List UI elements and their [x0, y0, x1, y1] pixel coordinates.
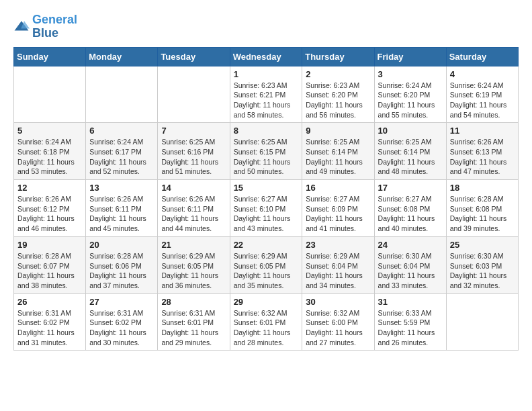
weekday-header: Thursday: [302, 47, 374, 66]
calendar-cell: 5Sunrise: 6:24 AM Sunset: 6:18 PM Daylig…: [14, 123, 86, 180]
day-number: 19: [17, 240, 82, 250]
day-info: Sunrise: 6:27 AM Sunset: 6:08 PM Dayligh…: [378, 194, 443, 234]
calendar-cell: [158, 66, 230, 123]
calendar-cell: 26Sunrise: 6:31 AM Sunset: 6:02 PM Dayli…: [14, 293, 86, 351]
calendar-cell: 19Sunrise: 6:28 AM Sunset: 6:07 PM Dayli…: [14, 236, 86, 293]
weekday-header-row: SundayMondayTuesdayWednesdayThursdayFrid…: [14, 47, 519, 66]
calendar-cell: [86, 66, 158, 123]
day-number: 12: [17, 183, 82, 193]
day-info: Sunrise: 6:25 AM Sunset: 6:16 PM Dayligh…: [161, 137, 226, 177]
day-number: 2: [306, 69, 370, 79]
day-number: 15: [234, 183, 299, 193]
calendar-cell: 9Sunrise: 6:25 AM Sunset: 6:14 PM Daylig…: [302, 123, 374, 180]
day-number: 5: [17, 126, 82, 136]
calendar-cell: 30Sunrise: 6:32 AM Sunset: 6:00 PM Dayli…: [302, 293, 374, 351]
calendar-cell: 23Sunrise: 6:29 AM Sunset: 6:04 PM Dayli…: [302, 236, 374, 293]
calendar-cell: [446, 293, 518, 351]
calendar-cell: 12Sunrise: 6:26 AM Sunset: 6:12 PM Dayli…: [14, 180, 86, 237]
calendar-week-row: 1Sunrise: 6:23 AM Sunset: 6:21 PM Daylig…: [14, 66, 519, 123]
day-info: Sunrise: 6:28 AM Sunset: 6:06 PM Dayligh…: [89, 251, 154, 291]
day-info: Sunrise: 6:26 AM Sunset: 6:12 PM Dayligh…: [17, 194, 82, 234]
day-info: Sunrise: 6:29 AM Sunset: 6:04 PM Dayligh…: [306, 251, 370, 291]
day-info: Sunrise: 6:25 AM Sunset: 6:14 PM Dayligh…: [306, 137, 370, 177]
calendar-cell: 17Sunrise: 6:27 AM Sunset: 6:08 PM Dayli…: [374, 180, 446, 237]
weekday-header: Saturday: [446, 47, 518, 66]
day-number: 17: [378, 183, 443, 193]
calendar-week-row: 5Sunrise: 6:24 AM Sunset: 6:18 PM Daylig…: [14, 123, 519, 180]
calendar-cell: 6Sunrise: 6:24 AM Sunset: 6:17 PM Daylig…: [86, 123, 158, 180]
calendar-cell: 31Sunrise: 6:33 AM Sunset: 5:59 PM Dayli…: [374, 293, 446, 351]
day-info: Sunrise: 6:26 AM Sunset: 6:13 PM Dayligh…: [450, 137, 515, 177]
day-number: 30: [306, 297, 370, 307]
calendar-cell: 24Sunrise: 6:30 AM Sunset: 6:04 PM Dayli…: [374, 236, 446, 293]
day-number: 10: [378, 126, 443, 136]
calendar-cell: 27Sunrise: 6:31 AM Sunset: 6:02 PM Dayli…: [86, 293, 158, 351]
day-info: Sunrise: 6:31 AM Sunset: 6:02 PM Dayligh…: [17, 308, 82, 348]
day-number: 28: [161, 297, 226, 307]
calendar-cell: 11Sunrise: 6:26 AM Sunset: 6:13 PM Dayli…: [446, 123, 518, 180]
weekday-header: Wednesday: [230, 47, 302, 66]
calendar-cell: 15Sunrise: 6:27 AM Sunset: 6:10 PM Dayli…: [230, 180, 302, 237]
day-number: 22: [234, 240, 299, 250]
day-info: Sunrise: 6:24 AM Sunset: 6:19 PM Dayligh…: [450, 81, 515, 120]
day-info: Sunrise: 6:25 AM Sunset: 6:15 PM Dayligh…: [234, 137, 299, 177]
logo-icon: [13, 19, 30, 35]
calendar-cell: 1Sunrise: 6:23 AM Sunset: 6:21 PM Daylig…: [230, 66, 302, 123]
weekday-header: Tuesday: [158, 47, 230, 66]
day-info: Sunrise: 6:24 AM Sunset: 6:20 PM Dayligh…: [378, 81, 443, 120]
day-info: Sunrise: 6:32 AM Sunset: 6:00 PM Dayligh…: [306, 308, 370, 348]
day-info: Sunrise: 6:28 AM Sunset: 6:08 PM Dayligh…: [450, 194, 515, 234]
day-info: Sunrise: 6:27 AM Sunset: 6:09 PM Dayligh…: [306, 194, 370, 234]
day-info: Sunrise: 6:25 AM Sunset: 6:14 PM Dayligh…: [378, 137, 443, 177]
day-info: Sunrise: 6:29 AM Sunset: 6:05 PM Dayligh…: [234, 251, 299, 291]
calendar-cell: 25Sunrise: 6:30 AM Sunset: 6:03 PM Dayli…: [446, 236, 518, 293]
day-info: Sunrise: 6:31 AM Sunset: 6:01 PM Dayligh…: [161, 308, 226, 348]
day-info: Sunrise: 6:29 AM Sunset: 6:05 PM Dayligh…: [161, 251, 226, 291]
calendar-cell: 14Sunrise: 6:26 AM Sunset: 6:11 PM Dayli…: [158, 180, 230, 237]
day-number: 21: [161, 240, 226, 250]
day-info: Sunrise: 6:23 AM Sunset: 6:20 PM Dayligh…: [306, 81, 370, 120]
calendar-table: SundayMondayTuesdayWednesdayThursdayFrid…: [13, 47, 519, 351]
day-number: 3: [378, 69, 443, 79]
calendar-cell: 4Sunrise: 6:24 AM Sunset: 6:19 PM Daylig…: [446, 66, 518, 123]
calendar-cell: 3Sunrise: 6:24 AM Sunset: 6:20 PM Daylig…: [374, 66, 446, 123]
day-number: 24: [378, 240, 443, 250]
day-number: 13: [89, 183, 154, 193]
calendar-cell: 29Sunrise: 6:32 AM Sunset: 6:01 PM Dayli…: [230, 293, 302, 351]
day-number: 20: [89, 240, 154, 250]
day-info: Sunrise: 6:23 AM Sunset: 6:21 PM Dayligh…: [234, 81, 299, 120]
calendar-cell: 20Sunrise: 6:28 AM Sunset: 6:06 PM Dayli…: [86, 236, 158, 293]
calendar-cell: 10Sunrise: 6:25 AM Sunset: 6:14 PM Dayli…: [374, 123, 446, 180]
day-number: 8: [234, 126, 299, 136]
day-number: 23: [306, 240, 370, 250]
calendar-cell: 21Sunrise: 6:29 AM Sunset: 6:05 PM Dayli…: [158, 236, 230, 293]
day-number: 31: [378, 297, 443, 307]
calendar-cell: 18Sunrise: 6:28 AM Sunset: 6:08 PM Dayli…: [446, 180, 518, 237]
day-number: 7: [161, 126, 226, 136]
day-number: 11: [450, 126, 515, 136]
day-number: 25: [450, 240, 515, 250]
calendar-week-row: 12Sunrise: 6:26 AM Sunset: 6:12 PM Dayli…: [14, 180, 519, 237]
calendar-week-row: 26Sunrise: 6:31 AM Sunset: 6:02 PM Dayli…: [14, 293, 519, 351]
calendar-cell: 16Sunrise: 6:27 AM Sunset: 6:09 PM Dayli…: [302, 180, 374, 237]
day-info: Sunrise: 6:30 AM Sunset: 6:04 PM Dayligh…: [378, 251, 443, 291]
weekday-header: Sunday: [14, 47, 86, 66]
calendar-cell: 13Sunrise: 6:26 AM Sunset: 6:11 PM Dayli…: [86, 180, 158, 237]
day-info: Sunrise: 6:24 AM Sunset: 6:18 PM Dayligh…: [17, 137, 82, 177]
calendar-week-row: 19Sunrise: 6:28 AM Sunset: 6:07 PM Dayli…: [14, 236, 519, 293]
day-info: Sunrise: 6:30 AM Sunset: 6:03 PM Dayligh…: [450, 251, 515, 291]
logo: General Blue: [13, 13, 77, 40]
day-info: Sunrise: 6:26 AM Sunset: 6:11 PM Dayligh…: [89, 194, 154, 234]
day-number: 9: [306, 126, 370, 136]
day-number: 14: [161, 183, 226, 193]
day-number: 4: [450, 69, 515, 79]
weekday-header: Monday: [86, 47, 158, 66]
calendar-cell: [14, 66, 86, 123]
logo-text: General Blue: [32, 13, 77, 40]
day-number: 18: [450, 183, 515, 193]
calendar-cell: 2Sunrise: 6:23 AM Sunset: 6:20 PM Daylig…: [302, 66, 374, 123]
page-header: General Blue: [13, 13, 519, 40]
calendar-cell: 22Sunrise: 6:29 AM Sunset: 6:05 PM Dayli…: [230, 236, 302, 293]
day-info: Sunrise: 6:24 AM Sunset: 6:17 PM Dayligh…: [89, 137, 154, 177]
day-info: Sunrise: 6:32 AM Sunset: 6:01 PM Dayligh…: [234, 308, 299, 348]
